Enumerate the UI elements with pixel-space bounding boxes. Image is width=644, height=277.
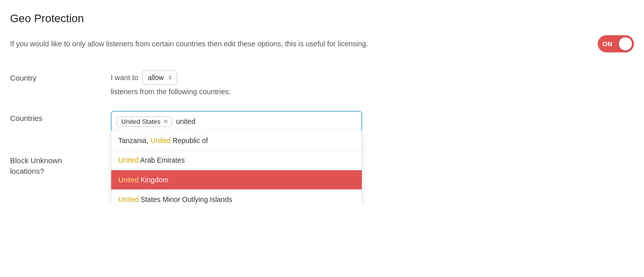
country-form-content: I want to allow block listeners from the… xyxy=(111,71,634,96)
listeners-suffix-text: listeners from the following countries: xyxy=(111,88,634,96)
description-text: If you would like to only allow listener… xyxy=(10,40,368,48)
countries-search-input[interactable] xyxy=(176,117,356,125)
countries-dropdown: Tanzania, United Republic of United Arab… xyxy=(111,131,362,203)
dropdown-match-highlight: United xyxy=(118,195,138,203)
description-row: If you would like to only allow listener… xyxy=(10,35,634,52)
dropdown-item-usmi[interactable]: United States Minor Outlying Islands xyxy=(111,190,362,203)
dropdown-after-match: Kingdom xyxy=(138,176,168,184)
country-label: Country xyxy=(10,71,111,82)
dropdown-item-uk[interactable]: United Kingdom xyxy=(111,170,362,190)
countries-form-content: United States ✕ Tanzania, United Republi… xyxy=(111,111,634,132)
dropdown-after-match: Arab Emirates xyxy=(138,156,185,164)
i-want-to-text: I want to xyxy=(111,74,138,82)
page-title: Geo Protection xyxy=(10,12,634,25)
countries-label: Countries xyxy=(10,111,111,122)
countries-form-row: Countries United States ✕ Tanzania, Unit… xyxy=(10,111,634,132)
tag-label: United States xyxy=(121,118,160,125)
allow-select[interactable]: allow block xyxy=(142,71,177,85)
toggle-wrapper[interactable]: ON xyxy=(598,35,634,52)
dropdown-item-tanzania[interactable]: Tanzania, United Republic of xyxy=(111,131,362,151)
dropdown-before-match: Tanzania, xyxy=(118,136,150,145)
dropdown-item-uae[interactable]: United Arab Emirates xyxy=(111,151,362,170)
dropdown-after-match: States Minor Outlying Islands xyxy=(138,195,232,203)
dropdown-match-highlight: United xyxy=(118,156,138,164)
toggle-button[interactable]: ON xyxy=(598,35,634,52)
united-states-tag[interactable]: United States ✕ xyxy=(117,116,172,127)
dropdown-after-match: Republic of xyxy=(171,136,208,145)
country-form-row: Country I want to allow block listeners … xyxy=(10,71,634,96)
dropdown-match-highlight: United xyxy=(118,176,138,184)
country-inline: I want to allow block xyxy=(111,71,634,85)
block-unknown-label: Block Unknownlocations? xyxy=(10,152,111,176)
countries-container: United States ✕ Tanzania, United Republi… xyxy=(111,111,362,132)
dropdown-match-highlight: United xyxy=(150,136,171,145)
tag-remove-icon[interactable]: ✕ xyxy=(163,118,169,125)
toggle-label: ON xyxy=(602,40,613,48)
countries-input-box[interactable]: United States ✕ xyxy=(111,111,362,132)
toggle-thumb xyxy=(619,37,632,50)
